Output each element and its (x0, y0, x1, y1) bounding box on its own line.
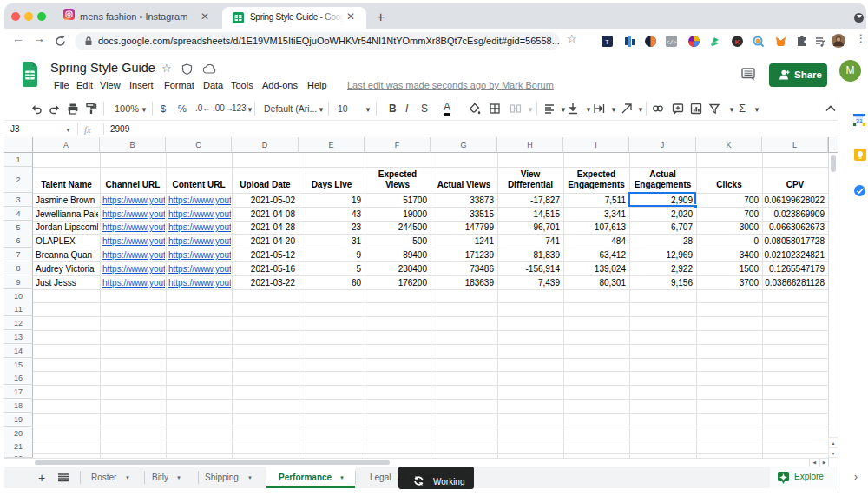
svg-text:T: T (605, 39, 609, 45)
svg-text:K: K (735, 38, 740, 46)
svg-text:31: 31 (856, 118, 863, 124)
svg-text:</>: </> (667, 40, 677, 46)
